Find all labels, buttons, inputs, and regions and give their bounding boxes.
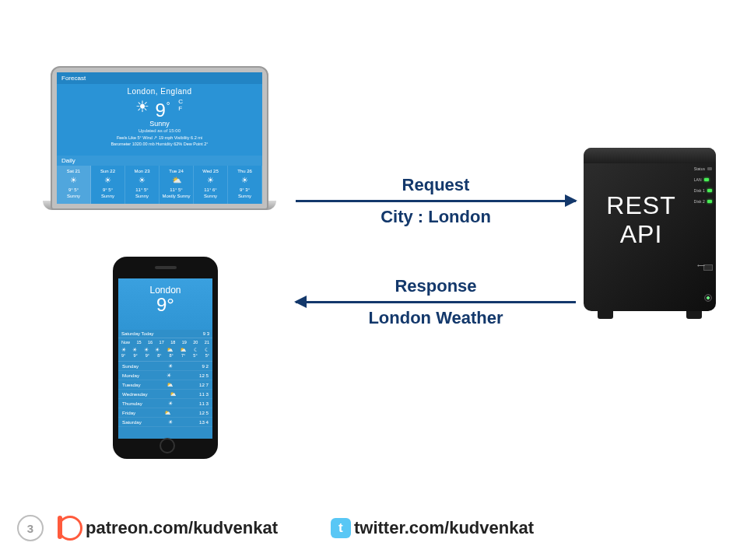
arrow-left-icon	[296, 301, 576, 303]
response-arrow: Response London Weather	[296, 276, 576, 328]
server-usb-port	[703, 264, 713, 271]
laptop-daily-label: Daily	[57, 156, 262, 166]
laptop-body: Forecast London, England ☀ 9° CF Sunny U…	[51, 66, 268, 210]
server-status-leds: StatusLANDisk 1Disk 2	[694, 166, 712, 204]
laptop-current-weather: London, England ☀ 9° CF Sunny Updated as…	[57, 84, 262, 156]
laptop-updated: Updated as of 15:00	[57, 128, 262, 133]
phone-forecast-row: Sunday☀9 2	[118, 362, 212, 371]
footer: 3 patreon.com/kudvenkat t twitter.com/ku…	[0, 515, 747, 541]
laptop-day-card: Wed 25☀11° 6°Sunny	[194, 166, 228, 204]
phone-today-row: Saturday Today 9 3	[118, 330, 212, 338]
phone-hourly-forecast: Now15161718192021 ☀☀☀☀⛅⛅☾☾ 9°9°9°8°8°7°5…	[118, 338, 212, 362]
phone-temperature: 9°	[118, 294, 212, 316]
phone-forecast-row: Saturday☀13 4	[118, 418, 212, 427]
server-led: Disk 1	[694, 188, 712, 193]
laptop-day-card: Tue 24⛅11° 5°Mostly Sunny	[160, 166, 194, 204]
patreon-text: patreon.com/kudvenkat	[86, 518, 278, 538]
server: REST API StatusLANDisk 1Disk 2	[584, 148, 716, 323]
slide: Forecast London, England ☀ 9° CF Sunny U…	[0, 0, 747, 560]
response-payload: London Weather	[296, 308, 576, 328]
phone-forecast-row: Monday☀12 5	[118, 371, 212, 380]
phone-current-weather: London 9°	[118, 278, 212, 330]
twitter-text: twitter.com/kudvenkat	[354, 518, 534, 538]
phone-forecast-row: Friday⛅12 5	[118, 408, 212, 418]
request-arrow: Request City : London	[296, 175, 576, 227]
twitter-icon: t	[331, 518, 351, 538]
laptop-day-card: Sat 21☀9° 5°Sunny	[57, 166, 91, 204]
server-body: REST API StatusLANDisk 1Disk 2	[584, 148, 716, 311]
server-led: LAN	[694, 177, 712, 182]
patreon-link: patreon.com/kudvenkat	[58, 516, 278, 541]
laptop-day-card: Thu 26☀9° 3°Sunny	[228, 166, 262, 204]
laptop-temp-value: 9	[155, 100, 166, 121]
phone-forecast-row: Thursday☀11 3	[118, 399, 212, 408]
server-led: Status	[694, 166, 712, 171]
patreon-icon	[58, 516, 82, 541]
laptop-day-card: Mon 23☀11° 5°Sunny	[125, 166, 160, 204]
phone-forecast-row: Tuesday⛅12 7	[118, 380, 212, 390]
laptop-stats: Feels Like 5° Wind ↗ 19 mph Visibility 6…	[57, 135, 262, 148]
phone-weekly-forecast: Sunday☀9 2Monday☀12 5Tuesday⛅12 7Wednesd…	[118, 362, 212, 439]
laptop-client: Forecast London, England ☀ 9° CF Sunny U…	[43, 66, 276, 245]
page-number: 3	[17, 515, 44, 541]
phone-screen: London 9° Saturday Today 9 3 Now15161718…	[118, 278, 212, 439]
laptop-day-card: Sun 22☀9° 5°Sunny	[91, 166, 125, 204]
server-power-led	[704, 294, 712, 302]
phone-client: London 9° Saturday Today 9 3 Now15161718…	[113, 257, 218, 459]
temp-unit-f: F	[178, 105, 183, 112]
server-led: Disk 2	[694, 199, 712, 204]
arrow-right-icon	[296, 200, 576, 202]
laptop-daily-forecast: Sat 21☀9° 5°SunnySun 22☀9° 5°SunnyMon 23…	[57, 166, 262, 204]
request-payload: City : London	[296, 207, 576, 227]
response-label: Response	[296, 276, 576, 296]
laptop-city: London, England	[57, 87, 262, 96]
temp-unit-c: C	[178, 98, 184, 105]
request-label: Request	[296, 175, 576, 195]
server-label: REST API	[584, 191, 699, 249]
phone-forecast-row: Wednesday⛅11 3	[118, 390, 212, 399]
twitter-link: t twitter.com/kudvenkat	[331, 518, 534, 538]
laptop-condition: Sunny	[57, 120, 262, 128]
laptop-screen: Forecast London, England ☀ 9° CF Sunny U…	[57, 72, 262, 204]
laptop-app-title: Forecast	[57, 72, 262, 84]
laptop-temperature: ☀ 9° CF	[57, 97, 262, 121]
